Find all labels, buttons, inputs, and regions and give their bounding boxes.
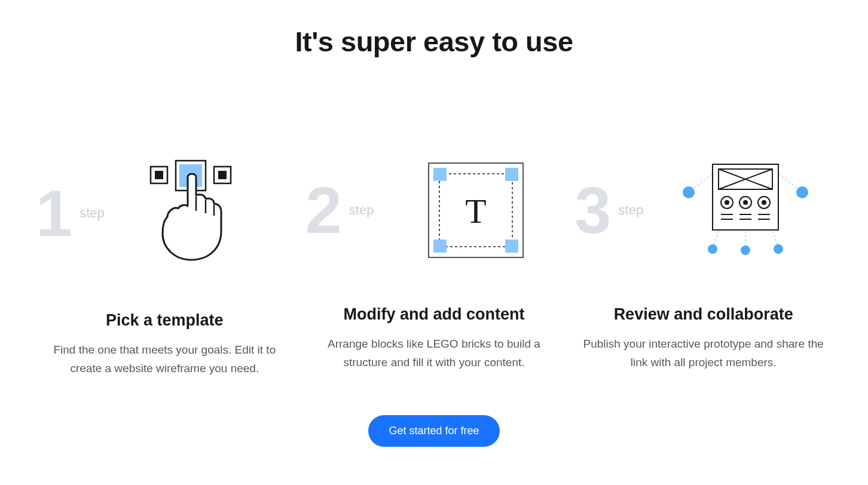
- svg-point-35: [762, 200, 766, 205]
- step-3-number: 3: [574, 177, 609, 243]
- svg-point-21: [683, 186, 695, 198]
- step-3: 3 step: [574, 159, 832, 378]
- step-1-description: Find the one that meets your goals. Edit…: [39, 340, 290, 378]
- svg-point-25: [774, 244, 783, 254]
- step-1-step-label: step: [80, 205, 105, 221]
- step-2-title: Modify and add content: [344, 305, 525, 324]
- step-2-header: 2 step T: [305, 159, 563, 261]
- step-2: 2 step T: [305, 159, 563, 378]
- pick-template-icon: [149, 159, 263, 267]
- svg-rect-14: [505, 240, 518, 253]
- svg-rect-13: [433, 240, 447, 253]
- svg-rect-5: [218, 171, 227, 179]
- step-1-title: Pick a template: [106, 311, 224, 330]
- step-3-title: Review and collaborate: [614, 305, 793, 324]
- step-3-num-label: 3 step: [574, 177, 643, 243]
- svg-point-33: [743, 200, 748, 205]
- step-3-description: Publish your interactive prototype and s…: [578, 334, 829, 372]
- svg-point-22: [796, 186, 808, 198]
- svg-rect-12: [505, 168, 518, 181]
- step-2-num-label: 2 step: [305, 177, 374, 243]
- steps-row: 1 step: [36, 159, 832, 378]
- svg-point-31: [725, 200, 729, 205]
- step-1-header: 1 step: [36, 159, 294, 267]
- step-1: 1 step: [36, 159, 294, 378]
- step-1-num-label: 1 step: [36, 180, 105, 246]
- svg-rect-1: [155, 171, 163, 179]
- svg-text:T: T: [465, 192, 486, 231]
- step-2-step-label: step: [349, 202, 374, 218]
- page-heading: It's super easy to use: [36, 25, 832, 58]
- svg-rect-11: [433, 168, 447, 181]
- step-2-number: 2: [305, 177, 340, 243]
- text-block-icon: T: [425, 159, 527, 261]
- step-1-number: 1: [36, 180, 70, 246]
- step-3-header: 3 step: [574, 159, 832, 261]
- svg-point-23: [708, 244, 717, 254]
- get-started-button[interactable]: Get started for free: [368, 415, 499, 447]
- step-2-description: Arrange blocks like LEGO bricks to build…: [308, 334, 560, 372]
- svg-point-24: [741, 245, 750, 255]
- share-prototype-icon: [677, 159, 814, 261]
- cta-row: Get started for free: [36, 415, 832, 447]
- step-3-step-label: step: [619, 202, 644, 218]
